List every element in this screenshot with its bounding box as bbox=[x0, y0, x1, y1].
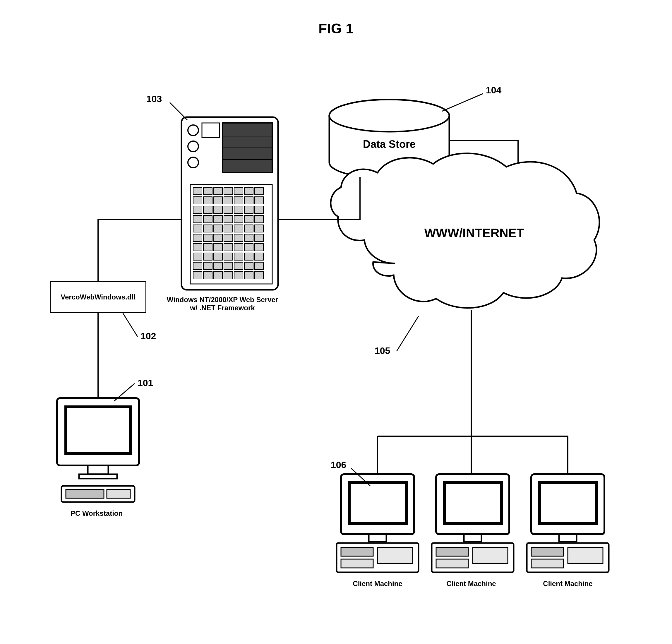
svg-rect-37 bbox=[255, 215, 263, 223]
svg-point-1 bbox=[188, 125, 199, 135]
client-machine-2-icon bbox=[432, 474, 514, 572]
svg-rect-73 bbox=[193, 272, 202, 279]
svg-rect-94 bbox=[377, 547, 413, 563]
svg-rect-15 bbox=[244, 187, 253, 195]
svg-line-112 bbox=[123, 313, 137, 337]
svg-rect-21 bbox=[234, 197, 243, 204]
svg-rect-71 bbox=[244, 262, 253, 270]
svg-rect-53 bbox=[203, 243, 212, 251]
svg-rect-30 bbox=[255, 206, 263, 213]
svg-rect-42 bbox=[234, 225, 243, 232]
svg-rect-44 bbox=[255, 225, 263, 232]
svg-rect-50 bbox=[244, 234, 253, 241]
svg-rect-35 bbox=[234, 215, 243, 223]
svg-rect-56 bbox=[234, 243, 243, 251]
svg-rect-41 bbox=[224, 225, 233, 232]
svg-rect-70 bbox=[234, 262, 243, 270]
svg-point-2 bbox=[188, 141, 199, 152]
svg-line-110 bbox=[170, 103, 187, 120]
cloud-icon: WWW/INTERNET bbox=[331, 153, 599, 308]
svg-rect-22 bbox=[244, 197, 253, 204]
svg-rect-49 bbox=[234, 234, 243, 241]
svg-rect-51 bbox=[255, 234, 263, 241]
svg-rect-34 bbox=[224, 215, 233, 223]
svg-rect-31 bbox=[193, 215, 202, 223]
svg-rect-107 bbox=[531, 547, 563, 556]
svg-rect-23 bbox=[255, 197, 263, 204]
svg-rect-75 bbox=[214, 272, 223, 279]
svg-rect-4 bbox=[202, 123, 219, 138]
svg-rect-69 bbox=[224, 262, 233, 270]
workstation-icon bbox=[57, 398, 139, 502]
svg-rect-98 bbox=[464, 534, 481, 541]
svg-line-111 bbox=[442, 94, 483, 111]
svg-rect-101 bbox=[473, 547, 508, 563]
svg-rect-105 bbox=[559, 534, 577, 541]
svg-rect-45 bbox=[193, 234, 202, 241]
svg-rect-102 bbox=[436, 559, 468, 568]
svg-rect-14 bbox=[234, 187, 243, 195]
svg-rect-59 bbox=[193, 253, 202, 260]
svg-rect-39 bbox=[203, 225, 212, 232]
svg-rect-85 bbox=[79, 474, 117, 479]
svg-rect-63 bbox=[234, 253, 243, 260]
svg-rect-84 bbox=[88, 465, 108, 474]
svg-rect-66 bbox=[193, 262, 202, 270]
svg-rect-109 bbox=[531, 559, 563, 568]
server-icon bbox=[181, 117, 278, 290]
svg-rect-48 bbox=[224, 234, 233, 241]
svg-point-81 bbox=[329, 99, 449, 132]
svg-rect-29 bbox=[244, 206, 253, 213]
svg-rect-46 bbox=[203, 234, 212, 241]
client-machine-1-icon bbox=[337, 474, 419, 572]
svg-rect-43 bbox=[244, 225, 253, 232]
svg-rect-68 bbox=[214, 262, 223, 270]
svg-rect-95 bbox=[341, 559, 373, 568]
svg-line-114 bbox=[397, 316, 419, 351]
svg-rect-19 bbox=[214, 197, 223, 204]
svg-rect-88 bbox=[107, 489, 130, 498]
svg-rect-16 bbox=[255, 187, 263, 195]
svg-rect-38 bbox=[193, 225, 202, 232]
svg-rect-32 bbox=[203, 215, 212, 223]
svg-rect-104 bbox=[539, 482, 597, 523]
svg-rect-11 bbox=[203, 187, 212, 195]
svg-rect-67 bbox=[203, 262, 212, 270]
svg-rect-91 bbox=[369, 534, 386, 541]
svg-rect-83 bbox=[66, 407, 130, 454]
svg-rect-40 bbox=[214, 225, 223, 232]
svg-rect-17 bbox=[193, 197, 202, 204]
client-machine-3-icon bbox=[527, 474, 609, 572]
svg-rect-52 bbox=[193, 243, 202, 251]
svg-rect-76 bbox=[224, 272, 233, 279]
svg-rect-78 bbox=[244, 272, 253, 279]
svg-rect-13 bbox=[224, 187, 233, 195]
svg-rect-28 bbox=[234, 206, 243, 213]
svg-rect-93 bbox=[341, 547, 373, 556]
svg-rect-87 bbox=[66, 489, 104, 498]
svg-rect-54 bbox=[214, 243, 223, 251]
svg-rect-33 bbox=[214, 215, 223, 223]
svg-rect-79 bbox=[255, 272, 263, 279]
svg-rect-24 bbox=[193, 206, 202, 213]
svg-rect-60 bbox=[203, 253, 212, 260]
svg-rect-27 bbox=[224, 206, 233, 213]
internet-label: WWW/INTERNET bbox=[424, 226, 524, 240]
datastore-label: Data Store bbox=[363, 138, 416, 150]
svg-rect-12 bbox=[214, 187, 223, 195]
svg-rect-72 bbox=[255, 262, 263, 270]
svg-rect-100 bbox=[436, 547, 468, 556]
svg-rect-47 bbox=[214, 234, 223, 241]
svg-point-3 bbox=[188, 157, 199, 168]
svg-rect-57 bbox=[244, 243, 253, 251]
svg-rect-36 bbox=[244, 215, 253, 223]
svg-rect-10 bbox=[193, 187, 202, 195]
svg-rect-65 bbox=[255, 253, 263, 260]
svg-rect-61 bbox=[214, 253, 223, 260]
svg-rect-25 bbox=[203, 206, 212, 213]
svg-rect-77 bbox=[234, 272, 243, 279]
svg-rect-20 bbox=[224, 197, 233, 204]
svg-rect-55 bbox=[224, 243, 233, 251]
diagram-svg: Data Store WWW/INTERNET bbox=[0, 0, 672, 644]
svg-rect-108 bbox=[568, 547, 603, 563]
